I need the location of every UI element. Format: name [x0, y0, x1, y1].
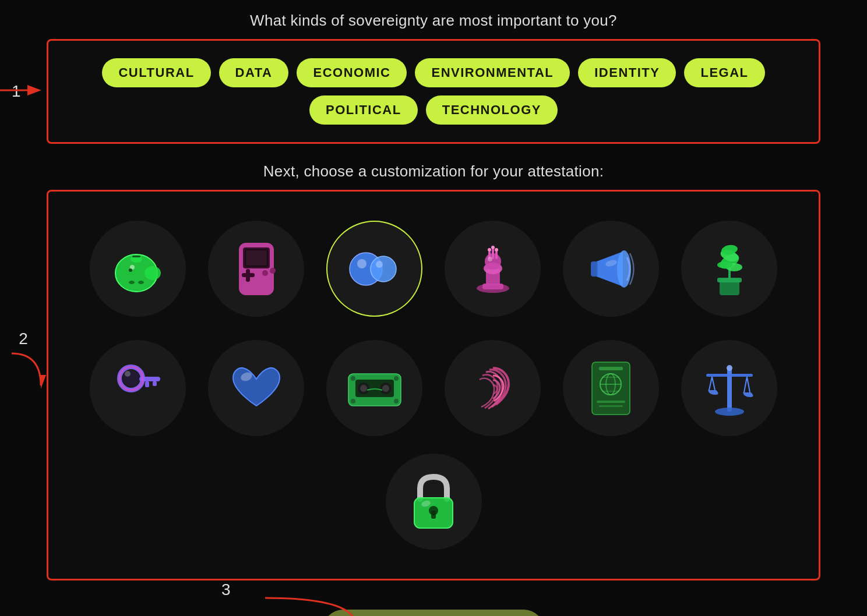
svg-point-40 [617, 250, 631, 288]
icon-piggy-bank[interactable] [90, 221, 186, 317]
svg-rect-78 [599, 367, 623, 370]
step3-label: 3 [221, 580, 231, 599]
step2-label: 2 [19, 330, 28, 348]
step2-arrow-svg [0, 351, 47, 397]
svg-line-85 [747, 377, 750, 392]
step3-arrow-container [253, 592, 370, 616]
svg-rect-76 [597, 401, 625, 403]
customize-title: Next, choose a customization for your at… [47, 162, 820, 180]
svg-point-80 [715, 408, 744, 416]
svg-point-66 [394, 376, 399, 381]
svg-point-8 [138, 281, 144, 284]
section1-red-box: CULTURAL DATA ECONOMIC ENVIRONMENTAL IDE… [47, 39, 820, 144]
step1-arrow-container [0, 79, 44, 104]
svg-rect-11 [132, 256, 140, 257]
step3-annotation: 3 [221, 580, 231, 599]
svg-point-5 [144, 266, 161, 280]
svg-point-64 [382, 385, 389, 392]
tag-identity[interactable]: IDENTITY [578, 58, 676, 87]
svg-rect-90 [431, 511, 436, 519]
icon-game-boy[interactable] [208, 221, 304, 317]
svg-point-62 [360, 385, 367, 392]
svg-point-65 [351, 376, 355, 381]
step3-arrow-svg [253, 592, 370, 616]
svg-point-25 [376, 261, 383, 268]
svg-point-86 [727, 365, 732, 371]
icons-grid-row3 [72, 448, 795, 561]
tag-legal[interactable]: LEGAL [684, 58, 764, 87]
svg-point-10 [129, 268, 132, 272]
icon-fingerprint[interactable] [445, 340, 541, 436]
svg-rect-77 [599, 405, 623, 407]
icon-heart[interactable] [208, 340, 304, 436]
section2-wrapper: Next, choose a customization for your at… [47, 162, 820, 580]
tags-container: CULTURAL DATA ECONOMIC ENVIRONMENTAL IDE… [72, 58, 795, 125]
icon-orbs[interactable] [326, 221, 422, 317]
page-container: What kinds of sovereignty are most impor… [0, 0, 867, 616]
svg-rect-33 [495, 251, 498, 259]
icon-cassette[interactable] [326, 340, 422, 436]
tag-economic[interactable]: ECONOMIC [297, 58, 407, 87]
section1-wrapper: 1 CULTURAL DATA ECONOMIC ENVIRONMENTAL I… [47, 39, 820, 144]
icon-passport[interactable] [563, 340, 659, 436]
svg-point-7 [129, 281, 135, 284]
icons-grid-row1 [72, 209, 795, 328]
svg-rect-81 [706, 374, 753, 377]
svg-point-68 [394, 399, 399, 403]
question-title: What kinds of sovereignty are most impor… [47, 12, 820, 30]
svg-point-34 [488, 248, 491, 252]
svg-line-83 [712, 377, 715, 390]
svg-point-49 [717, 261, 732, 268]
svg-point-55 [125, 371, 131, 377]
icon-megaphone[interactable] [563, 221, 659, 317]
svg-point-36 [495, 248, 498, 252]
tag-data[interactable]: DATA [219, 58, 289, 87]
svg-point-35 [491, 246, 495, 249]
step2-annotation: 2 [0, 330, 47, 397]
svg-rect-17 [246, 269, 250, 282]
svg-point-19 [270, 268, 276, 274]
svg-point-22 [357, 259, 366, 268]
svg-line-84 [744, 377, 747, 392]
svg-rect-39 [591, 261, 598, 277]
icon-padlock[interactable] [386, 454, 482, 550]
svg-point-67 [351, 399, 355, 403]
svg-rect-54 [153, 381, 157, 386]
svg-line-82 [709, 377, 712, 390]
svg-point-18 [262, 270, 268, 276]
svg-point-37 [488, 257, 492, 261]
tag-environmental[interactable]: ENVIRONMENTAL [415, 58, 570, 87]
icon-key[interactable] [90, 340, 186, 436]
svg-rect-32 [492, 249, 494, 259]
tag-cultural[interactable]: CULTURAL [102, 58, 210, 87]
sign-section: 3 SIGN ATTESTATION [47, 610, 820, 616]
icon-chess-piece[interactable] [445, 221, 541, 317]
svg-rect-53 [145, 381, 149, 387]
tag-technology[interactable]: TECHNOLOGY [426, 95, 558, 125]
step1-arrow-svg [0, 79, 44, 102]
icons-grid-row2 [72, 328, 795, 448]
svg-rect-15 [246, 250, 267, 265]
icon-plant[interactable] [681, 221, 777, 317]
icon-scales[interactable] [681, 340, 777, 436]
section2-red-box [47, 190, 820, 580]
tag-political[interactable]: POLITICAL [309, 95, 418, 125]
